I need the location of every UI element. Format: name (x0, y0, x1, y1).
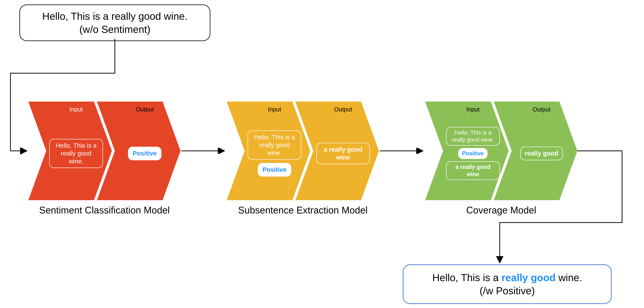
input-sentence-line2: (w/o Sentiment) (29, 23, 201, 36)
arrow-stage1-to-stage2 (180, 148, 227, 154)
stage2-input-text: Hello, This is a really good wine. (248, 130, 301, 160)
output-sentence-line1: Hello, This is a really good wine. (415, 271, 599, 284)
arrow-stage3-to-output (470, 148, 626, 266)
arrow-stage2-to-stage3 (379, 148, 425, 154)
output-suffix: wine. (556, 272, 582, 283)
input-sentence-box: Hello, This is a really good wine. (w/o … (20, 5, 210, 41)
stage2-output-text: a really good wine (316, 143, 370, 164)
stage3-input-text: Hello, This is a really good wine. (446, 127, 500, 146)
stage3-output-header: Output (512, 106, 571, 113)
output-sentence-line2: (/w Positive) (415, 284, 599, 297)
stage2-output-chevron: Output a really good wine (295, 102, 379, 200)
stage1-output-chevron: Output Positive (97, 102, 180, 200)
stage1-input-text: Hello, This is a really good wine. (49, 139, 103, 168)
stage2-title: Subsentence Extraction Model (227, 205, 379, 216)
stage1-title: Sentiment Classification Model (28, 205, 180, 216)
input-sentence-line1: Hello, This is a really good wine. (29, 10, 201, 23)
stage1-output-header: Output (115, 106, 174, 113)
output-highlight: really good (502, 272, 556, 283)
stage1-output-text: Positive (128, 147, 161, 160)
stage2-input-label: Positive (258, 163, 291, 177)
stage2-output-header: Output (313, 106, 373, 113)
output-sentence-box: Hello, This is a really good wine. (/w P… (403, 264, 612, 304)
output-prefix: Hello, This is a (432, 272, 502, 283)
